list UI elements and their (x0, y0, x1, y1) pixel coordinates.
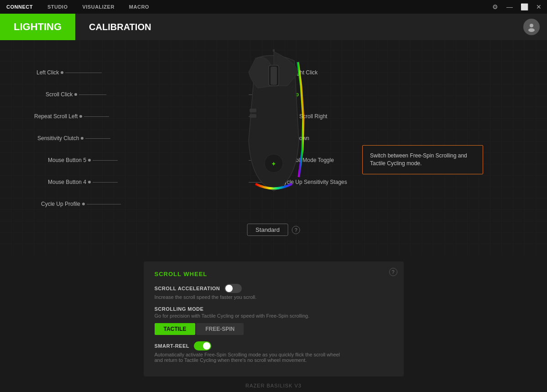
repeat-scroll-left-line (84, 116, 109, 117)
scroll-acceleration-toggle[interactable] (224, 284, 242, 293)
card-help-icon[interactable]: ? (389, 268, 397, 276)
scrolling-mode-desc: Go for precision with Tactile Cycling or… (155, 313, 393, 319)
svg-text:✦: ✦ (271, 160, 276, 167)
cycle-up-profile-dot (82, 203, 85, 205)
scroll-acceleration-row: SCROLL ACCELERATION Increase the scroll … (155, 284, 393, 300)
cycle-up-profile-line (87, 204, 121, 204)
mouse-diagram: Left Click Scroll Click Repeat Scroll Le… (0, 40, 547, 255)
smart-reel-label: SMART-REEL (155, 341, 393, 350)
window-controls: ⚙ — ⬜ ✕ (490, 3, 543, 10)
sensitivity-clutch-line (85, 138, 110, 139)
scroll-acceleration-label: SCROLL ACCELERATION (155, 284, 393, 293)
left-click-label[interactable]: Left Click (36, 69, 102, 76)
scroll-click-dot (74, 93, 77, 96)
header-right (523, 14, 547, 40)
free-spin-button[interactable]: FREE-SPIN (196, 323, 244, 335)
scroll-click-line (79, 94, 106, 95)
mouse-image: ✦ (230, 49, 317, 200)
repeat-scroll-left-dot (79, 115, 82, 118)
standard-button[interactable]: Standard (247, 224, 288, 236)
svg-point-0 (530, 24, 533, 27)
standard-button-area: Standard ? (247, 224, 300, 236)
footer: RAZER BASILISK V3 (245, 383, 302, 388)
lighting-label: LIGHTING (14, 21, 62, 33)
scroll-wheel-card: ? SCROLL WHEEL SCROLL ACCELERATION Incre… (144, 261, 404, 376)
tactile-button[interactable]: TACTILE (155, 323, 196, 335)
svg-point-1 (528, 28, 535, 32)
nav-menu: CONNECT STUDIO VISUALIZER MACRO (4, 4, 152, 10)
minimize-icon[interactable]: — (505, 3, 514, 10)
scrolling-mode-row: SCROLLING MODE Go for precision with Tac… (155, 306, 393, 335)
svg-rect-4 (250, 109, 256, 112)
smart-reel-desc: Automatically activate Free-Spin Scrolli… (155, 352, 393, 363)
mouse-button5-label[interactable]: Mouse Button 5 (48, 157, 118, 163)
settings-icon[interactable]: ⚙ (490, 3, 500, 10)
mouse-button4-label[interactable]: Mouse Button 4 (48, 179, 118, 185)
smart-reel-row: SMART-REEL Automatically activate Free-S… (155, 341, 393, 363)
title-bar: CONNECT STUDIO VISUALIZER MACRO ⚙ — ⬜ ✕ (0, 0, 547, 14)
mouse-button5-line (93, 160, 118, 161)
mouse-diagram-area: Left Click Scroll Click Repeat Scroll Le… (0, 40, 547, 255)
device-name: RAZER BASILISK V3 (245, 383, 302, 388)
sensitivity-clutch-dot (81, 137, 83, 140)
close-icon[interactable]: ✕ (534, 3, 543, 10)
svg-rect-5 (250, 114, 256, 118)
lighting-tab[interactable]: LIGHTING (0, 14, 75, 40)
nav-studio[interactable]: STUDIO (45, 4, 71, 10)
tooltip-box: Switch between Free-Spin Scrolling and T… (362, 145, 483, 174)
scroll-wheel-title: SCROLL WHEEL (155, 271, 393, 277)
maximize-icon[interactable]: ⬜ (520, 3, 529, 10)
smart-reel-toggle[interactable] (194, 341, 211, 350)
scrolling-mode-label: SCROLLING MODE (155, 306, 393, 312)
tooltip-text: Switch between Free-Spin Scrolling and T… (370, 152, 467, 167)
nav-macro[interactable]: MACRO (126, 4, 152, 10)
repeat-scroll-left-label[interactable]: Repeat Scroll Left (34, 113, 109, 120)
cycle-up-profile-label[interactable]: Cycle Up Profile (41, 201, 121, 207)
nav-visualizer[interactable]: VISUALIZER (79, 4, 117, 10)
avatar[interactable] (523, 19, 540, 35)
nav-connect[interactable]: CONNECT (4, 4, 36, 10)
mode-buttons: TACTILE FREE-SPIN (155, 323, 393, 335)
bottom-panel: ? SCROLL WHEEL SCROLL ACCELERATION Incre… (0, 255, 547, 392)
mouse-button4-line (93, 182, 118, 183)
scroll-click-label[interactable]: Scroll Click (46, 91, 106, 98)
calibration-label: CALIBRATION (89, 22, 151, 32)
sensitivity-clutch-label[interactable]: Sensitivity Clutch (37, 135, 110, 141)
calibration-tab[interactable]: CALIBRATION (75, 14, 165, 40)
header-bar: LIGHTING CALIBRATION (0, 14, 547, 40)
mouse-button4-dot (88, 181, 91, 183)
toggle-knob (225, 285, 233, 292)
left-click-dot (61, 71, 63, 74)
scroll-acceleration-desc: Increase the scroll speed the faster you… (155, 294, 393, 300)
mouse-button5-dot (88, 159, 91, 162)
standard-help-icon[interactable]: ? (292, 226, 300, 234)
smart-reel-knob (203, 342, 210, 350)
svg-rect-3 (271, 67, 277, 85)
left-click-line (65, 73, 102, 73)
